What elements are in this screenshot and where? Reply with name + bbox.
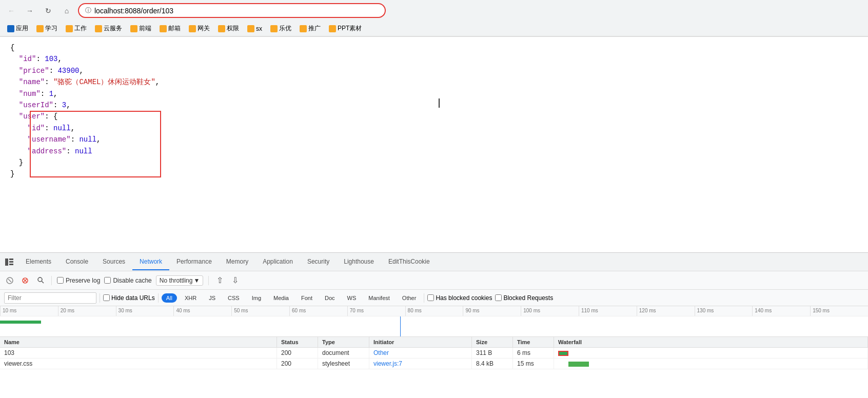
filter-type-media[interactable]: Media xyxy=(269,293,293,303)
bookmark-promo[interactable]: 推广 xyxy=(297,23,324,34)
bookmark-gateway[interactable]: 网关 xyxy=(186,23,213,34)
disable-cache-input[interactable] xyxy=(104,277,111,284)
bookmark-label: 学习 xyxy=(45,24,57,33)
stop-recording-button[interactable] xyxy=(4,275,15,286)
tab-elements[interactable]: Elements xyxy=(18,254,58,270)
import-har-button[interactable]: ⇧ xyxy=(214,275,225,286)
tab-memory[interactable]: Memory xyxy=(219,254,255,270)
bookmark-ppt[interactable]: PPT素材 xyxy=(326,23,365,34)
table-row[interactable]: viewer.css 200 stylesheet viewer.js:7 8.… xyxy=(0,359,868,369)
preserve-log-input[interactable] xyxy=(57,277,64,284)
timeline-tick: 100 ms xyxy=(521,306,579,316)
filter-type-font[interactable]: Font xyxy=(297,293,317,303)
th-status: Status xyxy=(277,337,318,347)
tab-performance[interactable]: Performance xyxy=(169,254,219,270)
filter-type-ws[interactable]: WS xyxy=(343,293,361,303)
tab-security[interactable]: Security xyxy=(300,254,337,270)
filter-type-img[interactable]: Img xyxy=(247,293,266,303)
hide-data-urls-input[interactable] xyxy=(103,294,110,301)
timeline-cursor xyxy=(400,316,401,336)
search-button[interactable] xyxy=(35,275,46,286)
json-line: "user": { xyxy=(10,111,858,122)
filter-type-manifest[interactable]: Manifest xyxy=(364,293,394,303)
filter-input[interactable] xyxy=(4,292,96,304)
filter-type-all[interactable]: All xyxy=(162,293,177,303)
blocked-requests-input[interactable] xyxy=(495,294,502,301)
filter-type-other[interactable]: Other xyxy=(398,293,421,303)
bookmark-apps[interactable]: 应用 xyxy=(4,23,31,34)
filter-type-css[interactable]: CSS xyxy=(223,293,244,303)
td-type: document xyxy=(318,348,369,358)
svg-point-9 xyxy=(38,277,42,282)
table-row[interactable]: 103 200 document Other 311 B 6 ms xyxy=(0,348,868,359)
home-button[interactable]: ⌂ xyxy=(60,4,74,18)
has-blocked-cookies-input[interactable] xyxy=(427,294,434,301)
hide-data-urls-checkbox[interactable]: Hide data URLs xyxy=(103,294,155,302)
devtools-sidebar-toggle[interactable] xyxy=(2,255,16,269)
json-line: "username": null, xyxy=(10,134,858,145)
timeline-tick: 50 ms xyxy=(231,306,289,316)
bookmark-label: 应用 xyxy=(16,24,28,33)
back-button[interactable]: ← xyxy=(4,4,18,18)
bookmark-icon xyxy=(66,25,73,32)
export-har-button[interactable]: ⇩ xyxy=(229,275,241,286)
browser-chrome: ← → ↻ ⌂ ⓘ localhost:8088/order/103 应用 学习… xyxy=(0,0,868,37)
address-bar[interactable]: ⓘ localhost:8088/order/103 xyxy=(78,3,386,18)
filter-type-js[interactable]: JS xyxy=(204,293,220,303)
bookmark-label: PPT素材 xyxy=(338,24,362,33)
svg-rect-3 xyxy=(9,264,13,265)
bookmark-cloud[interactable]: 云服务 xyxy=(92,23,125,34)
tab-application[interactable]: Application xyxy=(255,254,300,270)
tab-sources[interactable]: Sources xyxy=(95,254,132,270)
timeline-tick: 130 ms xyxy=(695,306,753,316)
td-initiator[interactable]: viewer.js:7 xyxy=(369,359,472,369)
json-line: "id": 103, xyxy=(10,53,858,65)
bookmark-sx[interactable]: sx xyxy=(244,24,265,33)
bookmark-frontend[interactable]: 前端 xyxy=(127,23,154,34)
clear-button[interactable] xyxy=(19,275,31,286)
throttle-select[interactable]: No throttling ▼ xyxy=(156,275,204,286)
has-blocked-cookies-label: Has blocked cookies xyxy=(436,294,492,302)
reload-button[interactable]: ↻ xyxy=(41,4,55,18)
json-line: "num": 1, xyxy=(10,88,858,99)
tab-editthiscookie[interactable]: EditThisCookie xyxy=(381,254,437,270)
preserve-log-checkbox[interactable]: Preserve log xyxy=(57,277,100,284)
filter-type-xhr[interactable]: XHR xyxy=(180,293,201,303)
tab-console[interactable]: Console xyxy=(58,254,95,270)
timeline-tick: 120 ms xyxy=(637,306,695,316)
network-toolbar: Preserve log Disable cache No throttling… xyxy=(0,271,868,290)
filter-bar: Hide data URLs All XHR JS CSS Img Media … xyxy=(0,290,868,306)
td-size: 8.4 kB xyxy=(472,359,513,369)
filter-type-doc[interactable]: Doc xyxy=(320,293,340,303)
bookmark-auth[interactable]: 权限 xyxy=(215,23,242,34)
json-line: "name": "骆驼（CAMEL）休闲运动鞋女", xyxy=(10,76,858,88)
content-area: { "id": 103, "price": 43900, "name": "骆驼… xyxy=(0,37,868,252)
has-blocked-cookies-checkbox[interactable]: Has blocked cookies xyxy=(427,294,492,302)
forward-button[interactable]: → xyxy=(23,4,37,18)
th-time: Time xyxy=(513,337,554,347)
json-line: "address": null xyxy=(10,146,858,157)
tab-lighthouse[interactable]: Lighthouse xyxy=(337,254,381,270)
th-waterfall: Waterfall xyxy=(554,337,868,347)
svg-line-5 xyxy=(8,279,11,282)
json-line: "price": 43900, xyxy=(10,65,858,76)
timeline-tick: 90 ms xyxy=(463,306,521,316)
bookmark-study[interactable]: 学习 xyxy=(33,23,61,34)
bookmark-work[interactable]: 工作 xyxy=(63,23,90,34)
network-table: Name Status Type Initiator Size Time Wat… xyxy=(0,337,868,398)
timeline-tick: 20 ms xyxy=(58,306,116,316)
bookmark-icon xyxy=(300,25,307,32)
bookmark-label: 推广 xyxy=(308,24,321,33)
svg-rect-0 xyxy=(5,258,8,266)
chevron-down-icon: ▼ xyxy=(193,277,200,284)
bookmark-leyou[interactable]: 乐优 xyxy=(267,23,294,34)
td-initiator: Other xyxy=(369,348,472,358)
preserve-log-label: Preserve log xyxy=(66,277,100,284)
toolbar-separator xyxy=(208,276,209,285)
bookmark-label: 邮箱 xyxy=(168,24,181,33)
disable-cache-checkbox[interactable]: Disable cache xyxy=(104,277,151,284)
blocked-requests-checkbox[interactable]: Blocked Requests xyxy=(495,294,553,302)
bookmark-email[interactable]: 邮箱 xyxy=(156,23,184,34)
tab-network[interactable]: Network xyxy=(132,254,169,270)
url-input[interactable]: localhost:8088/order/103 xyxy=(94,7,379,15)
